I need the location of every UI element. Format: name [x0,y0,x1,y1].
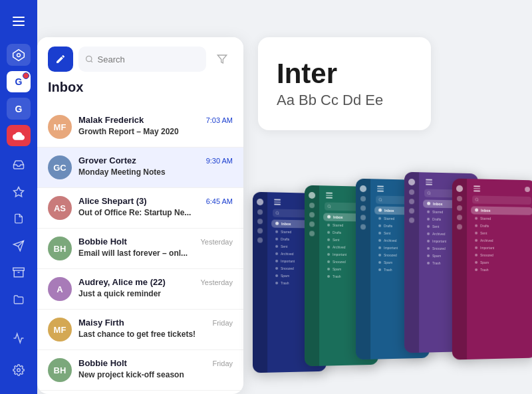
compose-button[interactable] [48,47,73,72]
email-subject: Monday Meeting Notes [78,167,233,177]
email-meta: Bobbie HoltFriday [78,358,233,368]
email-content: Audrey, Alice me (22)YesterdayJust a qui… [78,277,233,298]
font-sample: Aa Bb Cc Dd Ee [277,92,412,109]
email-time: 6:45 AM [206,197,233,205]
svg-point-17 [428,191,430,194]
email-sender: Grover Cortez [78,155,136,165]
settings-icon-bar[interactable] [7,358,31,382]
email-item[interactable]: DMDennis M.ThursdayBusiness trip to Lond… [37,391,243,394]
avatar: BH [48,237,72,260]
svg-line-9 [91,60,92,62]
email-time: Yesterday [200,278,233,286]
send-icon-bar[interactable] [7,235,31,256]
star-icon-bar[interactable] [7,181,31,203]
email-content: Bobbie HoltFridayNew project kick-off se… [78,358,233,379]
email-subject: Last chance to get free tickets! [78,330,233,339]
email-sender: Malak Frederick [78,115,144,125]
email-time: Yesterday [200,238,233,246]
avatar: BH [48,358,72,382]
email-content: Maisy FirthFridayLast chance to get free… [78,318,233,339]
cloud-icon[interactable] [7,125,31,146]
inbox-title: Inbox [48,80,233,100]
email-sender: Bobbie Holt [78,237,127,246]
font-name: Inter [277,58,412,89]
svg-point-19 [475,198,478,201]
font-card: Inter Aa Bb Cc Dd Ee [258,37,431,130]
email-time: 9:30 AM [206,157,233,165]
email-time: 7:03 AM [206,116,233,124]
email-sender: Audrey, Alice me (22) [78,277,166,287]
search-box[interactable] [78,47,206,72]
email-subject: Email will last forever – onl... [78,248,233,258]
svg-point-7 [17,369,21,372]
email-sender: Maisy Firth [78,318,124,328]
email-meta: Maisy FirthFriday [78,318,233,328]
svg-marker-0 [13,49,25,60]
themes-container: Inbox Starred Drafts Sent Archived Impor… [253,173,532,385]
svg-line-14 [330,207,331,207]
email-time: Friday [212,359,233,367]
svg-point-8 [86,56,92,61]
google-icon-1[interactable]: G [7,71,31,92]
email-item[interactable]: ASAlice Shepart (3)6:45 AMOut of Office … [37,188,243,229]
avatar: GC [48,155,72,179]
email-meta: Bobbie HoltYesterday [78,237,233,246]
search-icon [85,54,94,64]
svg-point-15 [379,198,382,201]
svg-line-16 [381,200,382,201]
svg-point-11 [276,211,279,214]
email-item[interactable]: GCGrover Cortez9:30 AMMonday Meeting Not… [37,148,243,188]
email-time: Friday [212,319,233,327]
email-content: Bobbie HoltYesterdayEmail will last fore… [78,237,233,258]
svg-line-20 [477,200,478,201]
email-sender: Alice Shepart (3) [78,196,147,206]
svg-point-13 [328,205,331,207]
avatar: A [48,277,72,301]
email-item[interactable]: BHBobbie HoltYesterdayEmail will last fo… [37,229,243,269]
email-subject: New project kick-off season [78,370,233,379]
email-header: Inbox [37,37,243,107]
email-meta: Grover Cortez9:30 AM [78,155,233,165]
email-subject: Out of Office Re: Startup Ne... [78,208,233,217]
svg-marker-2 [14,187,24,196]
email-item[interactable]: MFMalak Frederick7:03 AMGrowth Report – … [37,107,243,148]
email-item[interactable]: MFMaisy FirthFridayLast chance to get fr… [37,310,243,350]
theme-panel: Inbox Starred Drafts Sent Archived Impor… [452,178,532,359]
doc-icon-bar[interactable] [7,208,31,229]
email-item[interactable]: AAudrey, Alice me (22)YesterdayJust a qu… [37,269,243,310]
app-icon[interactable] [7,44,31,65]
inbox-icon-bar[interactable] [7,154,31,175]
email-panel: Inbox MFMalak Frederick7:03 AMGrowth Rep… [37,37,243,394]
email-sender: Bobbie Holt [78,358,127,368]
email-list: MFMalak Frederick7:03 AMGrowth Report – … [37,107,243,394]
avatar: MF [48,115,72,139]
folder-icon-bar[interactable] [7,289,31,310]
email-subject: Growth Report – May 2020 [78,127,233,136]
google-icon-2[interactable]: G [7,98,31,119]
svg-line-12 [278,213,279,214]
svg-line-18 [430,193,430,194]
email-toolbar [48,47,233,72]
email-meta: Malak Frederick7:03 AM [78,115,233,125]
archive-icon-bar[interactable] [7,262,31,283]
filter-button[interactable] [211,49,233,70]
avatar: AS [48,196,72,220]
svg-rect-5 [13,268,25,271]
email-subject: Just a quick reminder [78,289,233,298]
email-meta: Alice Shepart (3)6:45 AM [78,196,233,206]
email-content: Alice Shepart (3)6:45 AMOut of Office Re… [78,196,233,217]
pulse-icon-bar[interactable] [7,326,31,350]
email-content: Malak Frederick7:03 AMGrowth Report – Ma… [78,115,233,136]
search-input[interactable] [98,54,200,64]
email-content: Grover Cortez9:30 AMMonday Meeting Notes [78,155,233,177]
avatar: MF [48,318,72,342]
icon-bar: G G [0,0,37,394]
email-meta: Audrey, Alice me (22)Yesterday [78,277,233,287]
svg-point-1 [17,53,21,56]
menu-button[interactable] [7,11,31,32]
svg-marker-10 [217,55,226,63]
email-item[interactable]: BHBobbie HoltFridayNew project kick-off … [37,350,243,391]
